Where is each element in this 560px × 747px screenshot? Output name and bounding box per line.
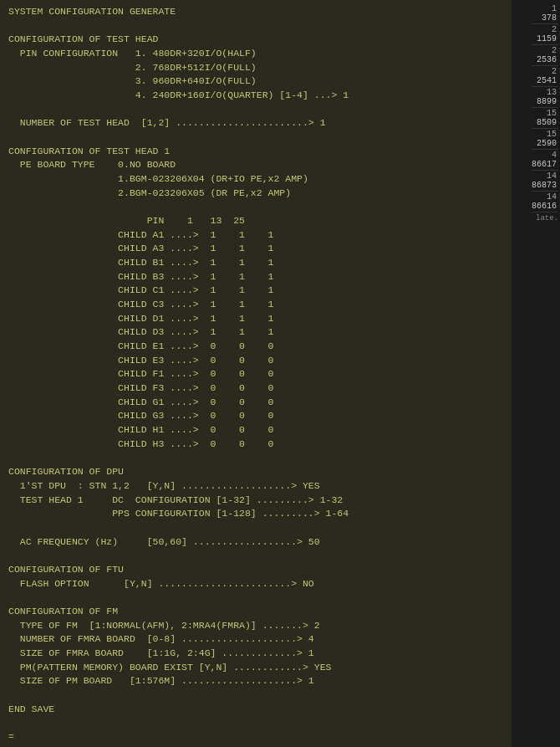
sidebar-num: 2 <box>552 46 557 55</box>
sidebar-entry: 1378 <box>532 3 558 24</box>
sidebar-val: 86617 <box>532 160 557 169</box>
sidebar-val: 378 <box>542 13 557 23</box>
sidebar-entry: 486617 <box>532 150 558 171</box>
sidebar-entry: 21159 <box>532 24 558 45</box>
sidebar-entry: 138899 <box>532 87 558 108</box>
sidebar-num: 2 <box>552 25 557 34</box>
sidebar-num: 14 <box>547 192 557 202</box>
sidebar-num: 14 <box>547 171 557 181</box>
sidebar-num: 15 <box>547 109 557 118</box>
sidebar-num: 4 <box>552 151 557 160</box>
sidebar-entry: 158509 <box>532 108 558 129</box>
sidebar-val: 1159 <box>537 34 557 43</box>
sidebar-num: 15 <box>547 130 557 139</box>
sidebar-entry: 1486616 <box>532 192 558 212</box>
sidebar-val: 8509 <box>537 118 557 127</box>
terminal-screen: SYSTEM CONFIGURATION GENERATE CONFIGURAT… <box>0 0 512 747</box>
sidebar-val: 86616 <box>532 202 557 211</box>
sidebar-entry: 152590 <box>532 129 558 150</box>
sidebar-num: 2 <box>552 67 557 76</box>
sidebar-entry: 22541 <box>532 66 558 87</box>
sidebar-val: 2590 <box>537 139 557 148</box>
sidebar-val: 2536 <box>537 55 557 64</box>
terminal-content: SYSTEM CONFIGURATION GENERATE CONFIGURAT… <box>8 5 503 747</box>
sidebar-panel: 1378211592253622541138899158509152590486… <box>512 0 560 747</box>
sidebar-entry: 22536 <box>532 45 558 66</box>
sidebar-entry: 1486873 <box>532 171 558 192</box>
sidebar-val: 86873 <box>532 181 557 190</box>
sidebar-val: 8899 <box>537 97 557 106</box>
sidebar-val: 2541 <box>537 76 557 85</box>
sidebar-num: 13 <box>547 88 557 97</box>
sidebar-bottom-label: late. <box>536 214 558 223</box>
sidebar-num: 1 <box>552 4 557 13</box>
